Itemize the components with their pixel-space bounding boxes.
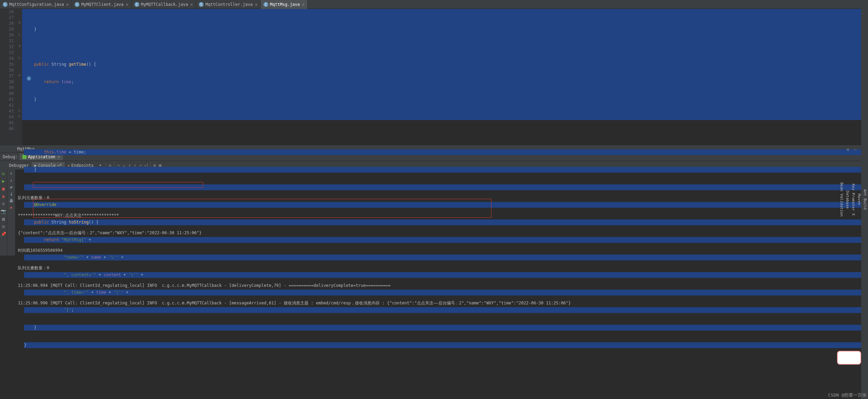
soft-wrap-icon[interactable]: ⇄ <box>10 185 12 190</box>
clear-icon[interactable]: ✖ <box>10 205 12 210</box>
mascot-widget <box>837 351 861 365</box>
close-icon[interactable]: × <box>190 2 193 7</box>
stop-icon[interactable]: ■ <box>1 186 6 192</box>
highlight-box-1 <box>33 182 203 188</box>
gear-icon[interactable]: ⚙ <box>1 224 6 229</box>
pin-icon[interactable]: 📌 <box>1 231 6 237</box>
tool-database[interactable]: Database <box>845 0 850 399</box>
tool-beanvalidation[interactable]: Bean Validation <box>839 0 845 399</box>
print-icon[interactable]: 🖶 <box>9 198 13 203</box>
settings-icon[interactable]: ▦ <box>1 216 6 222</box>
close-icon[interactable]: × <box>66 2 69 7</box>
right-tool-window-bar: Ant Build Maven Key Promoter X Database … <box>861 0 868 399</box>
console-output[interactable]: 队列元素数量：0 ***************WXY:点点关注********… <box>15 170 868 256</box>
view-breakpoints-icon[interactable]: ◉ <box>1 194 6 199</box>
java-class-icon: C <box>3 2 8 7</box>
close-icon[interactable]: × <box>255 2 258 7</box>
tab-mymqttcallback[interactable]: CMyMQTTCallback.java× <box>132 0 196 9</box>
java-class-icon: C <box>134 2 139 7</box>
scroll-to-end-icon[interactable]: ⤓ <box>10 192 13 196</box>
console-panel: ↻ ▶ ■ ◉ ⊘ 📷 ▦ ⚙ 📌 ↑ ↓ ⇄ ⤓ 🖶 ✖ 队列元素数量：0 *… <box>0 170 868 256</box>
debug-left-toolbar: ↻ ▶ ■ ◉ ⊘ 📷 ▦ ⚙ 📌 <box>0 170 7 256</box>
tab-mymqttclient[interactable]: CMyMQTTClient.java× <box>72 0 131 9</box>
tool-maven[interactable]: Maven <box>856 0 862 399</box>
debug-label: Debug: <box>1 154 20 159</box>
close-icon[interactable]: × <box>126 2 128 7</box>
up-icon[interactable]: ↑ <box>10 171 12 176</box>
mute-breakpoints-icon[interactable]: ⊘ <box>1 201 6 207</box>
code-content[interactable]: } public String getTime() { return time;… <box>22 9 868 145</box>
down-icon[interactable]: ↓ <box>10 178 12 183</box>
watermark-text: CSDN @想要一百块 <box>828 392 867 398</box>
override-gutter-icon[interactable] <box>26 76 31 81</box>
rerun-icon[interactable]: ↻ <box>1 171 6 176</box>
java-class-icon: C <box>263 2 268 7</box>
resume-icon[interactable]: ▶ <box>1 179 6 184</box>
tab-mqttcontroller[interactable]: CMqttController.java× <box>196 0 261 9</box>
java-class-icon: C <box>75 2 79 7</box>
fold-column: ⊟⊏⊟⊏⊟⊏⊏ <box>17 9 22 145</box>
get-thread-dump-icon[interactable]: 📷 <box>1 209 6 214</box>
java-class-icon: C <box>199 2 204 7</box>
tab-mqttconfiguration[interactable]: CMqttConfiguration.java× <box>0 0 72 9</box>
line-gutter: 2627282930313233343536373839404142434445… <box>0 9 17 145</box>
editor-tabs: CMqttConfiguration.java× CMyMQTTClient.j… <box>0 0 868 9</box>
tool-ant[interactable]: Ant Build <box>862 0 868 399</box>
tab-mqttmsg[interactable]: CMqttMsg.java× <box>261 0 308 9</box>
code-editor[interactable]: 2627282930313233343536373839404142434445… <box>0 9 868 145</box>
close-icon[interactable]: × <box>302 2 305 7</box>
console-side-toolbar: ↑ ↓ ⇄ ⤓ 🖶 ✖ <box>7 170 15 256</box>
tool-keypromoter[interactable]: Key Promoter X <box>850 0 856 399</box>
